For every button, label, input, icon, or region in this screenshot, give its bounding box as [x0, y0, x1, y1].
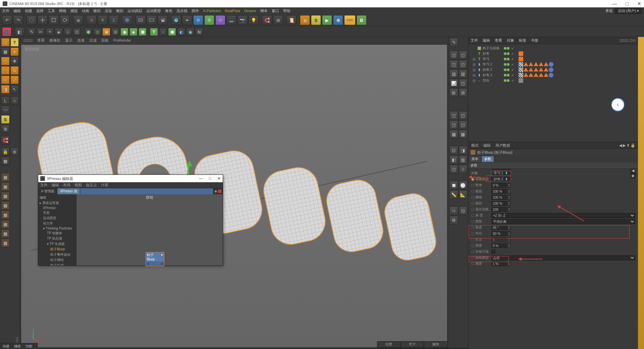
xpresso-node-blurp[interactable]: 粒子Blurp▸	[146, 252, 164, 266]
obj-tab[interactable]: 文件	[471, 38, 478, 43]
camera-button[interactable]: 📷	[237, 15, 248, 25]
menu-6[interactable]: 捕捉	[70, 8, 78, 13]
xpresso-tree-item[interactable]: 动力学	[39, 221, 75, 226]
undo-button[interactable]: ↶	[2, 15, 12, 25]
xpresso-tree-item[interactable]: TP 状态项	[39, 236, 75, 241]
xpresso-close-tab[interactable]	[218, 190, 221, 193]
obj-link-0[interactable]: 好奇.1	[491, 169, 511, 170]
attr-field[interactable]	[491, 243, 507, 248]
rt-13b[interactable]: 📐	[459, 190, 468, 199]
axis-button[interactable]: ⊕	[10, 147, 19, 156]
rt-8b[interactable]: ▦	[459, 130, 468, 139]
menu-13[interactable]: 角色	[165, 8, 172, 13]
obj-tab[interactable]: 书签	[531, 38, 538, 43]
xpresso-tree-item[interactable]: 编辑	[39, 195, 75, 200]
light-button[interactable]: 💡	[249, 15, 259, 25]
menu-16[interactable]: X-Particles	[203, 9, 221, 13]
minimize-button[interactable]: —	[612, 1, 617, 6]
attr-tab-basic[interactable]: 基本	[469, 156, 481, 162]
mograph-6[interactable]: ◈	[129, 28, 138, 36]
object-row[interactable]: ⊟好奇.1✓	[470, 72, 637, 78]
menu-7[interactable]: 动画	[82, 8, 89, 13]
vp-menu-6[interactable]: ProRender	[113, 38, 131, 42]
spline-pen-button[interactable]: ✒	[182, 15, 192, 25]
xpresso-tree-item[interactable]: ▸ 系统运算器	[39, 200, 75, 206]
axis-lock-button[interactable]: L	[1, 96, 10, 105]
tool-3[interactable]: ⌖	[46, 28, 54, 36]
uv-1-button[interactable]: ▦	[1, 173, 10, 182]
axis-widget[interactable]: X Y Z	[25, 327, 41, 343]
environment-button[interactable]	[226, 15, 236, 25]
rt-5a[interactable]: ⊞	[449, 88, 458, 97]
info-button[interactable]: ?	[10, 38, 19, 47]
obj-link-2[interactable]: 好奇.2	[491, 177, 511, 182]
live-select-button[interactable]	[26, 15, 37, 25]
render-view-button[interactable]	[136, 15, 146, 25]
menu-3[interactable]: 选择	[36, 8, 44, 13]
object-manager-tree[interactable]: 🦌 粒子几何体✓T好奇✓⊟T学习✓⊟学习.1✓⊟好奇.2✓⊟好奇.1✓⊟⌐空白✓	[469, 44, 638, 142]
uv-7-button[interactable]: ▦	[1, 229, 10, 238]
uv-2-button[interactable]: ▦	[1, 182, 10, 191]
node-output-port[interactable]	[161, 262, 163, 265]
model-mode-button[interactable]: ◫	[1, 38, 10, 47]
scale-button[interactable]	[49, 15, 59, 25]
uv-4-button[interactable]: ▦	[1, 201, 10, 210]
layout-select[interactable]: 启动 (用户) ▾	[615, 8, 642, 14]
rt-11b[interactable]: ⊹	[459, 165, 468, 173]
recent-tool-button[interactable]: ⊕	[73, 15, 83, 25]
xpresso-tab-manager[interactable]: X-管理器	[38, 188, 57, 194]
xpresso-tree-item[interactable]: 粒子事件波动	[39, 252, 75, 257]
fx-button[interactable]: fx	[195, 28, 203, 36]
attr-field[interactable]	[491, 201, 507, 206]
point-mode-button[interactable]: ⋮⋮	[1, 66, 10, 75]
lock-button[interactable]: 🔒	[1, 147, 10, 156]
rt-3a[interactable]: ▥	[449, 69, 458, 78]
select-tool-button[interactable]: ➤	[10, 47, 19, 56]
obj-tab[interactable]: 对象	[507, 38, 514, 43]
obj-tab[interactable]: 查看	[495, 38, 502, 43]
solo-off-button[interactable]: 👤	[2, 27, 11, 37]
uv-3-button[interactable]: ▦	[1, 192, 10, 200]
rt-14b[interactable]: ⊡	[459, 206, 468, 215]
menu-5[interactable]: 网格	[59, 8, 66, 13]
menu-0[interactable]: 文件	[2, 8, 9, 13]
object-row[interactable]: 粒子几何体✓	[470, 46, 637, 51]
vp-menu-0[interactable]: 查看	[37, 38, 45, 43]
xpresso-canvas[interactable]: 群组 粒子Blurp▸	[76, 194, 223, 265]
poly-mode-button[interactable]: ◨	[1, 85, 10, 94]
text-spline-button[interactable]: T	[150, 28, 158, 36]
menu-20[interactable]: 窗口	[272, 8, 279, 13]
uv-5-button[interactable]: ▦	[1, 210, 10, 219]
object-row[interactable]: ⊟T学习✓	[470, 56, 637, 62]
rt-9b[interactable]: ◨	[459, 146, 468, 155]
obj-link-1[interactable]: 学习.1	[491, 171, 511, 176]
rt-4b[interactable]: ◫	[459, 79, 468, 88]
menu-18[interactable]: Octane	[244, 9, 256, 13]
xpresso-tree-item[interactable]: 运动图形	[39, 215, 75, 221]
close-button[interactable]: ✕	[637, 1, 641, 6]
edge-mode-button[interactable]: ⊹	[1, 76, 10, 84]
spline-circle-button[interactable]: ○	[159, 28, 167, 36]
attr-select[interactable]: 山谷	[491, 255, 635, 260]
rt-3b[interactable]: ▥	[459, 69, 468, 78]
menu-1[interactable]: 编辑	[13, 8, 21, 13]
menu-9[interactable]: 渲染	[105, 8, 112, 13]
xpresso-tree-item[interactable]: 粒子生成	[39, 263, 75, 265]
workplane-toggle-button[interactable]: ⊞	[1, 124, 10, 133]
rt-6b[interactable]: ◫	[459, 111, 468, 120]
xpresso-tree-item[interactable]: ▾ Thinking Particles	[39, 226, 75, 231]
menu-10[interactable]: 雕刻	[116, 8, 123, 13]
rt-5b[interactable]: ⊞	[459, 88, 468, 97]
attr-field[interactable]	[491, 261, 507, 266]
xpresso-maximize[interactable]: □	[209, 176, 211, 181]
vp-menu-3[interactable]: 选项	[77, 38, 85, 43]
rt-2a[interactable]: ◫	[449, 60, 458, 69]
maximize-button[interactable]: □	[626, 1, 629, 6]
rt-14a[interactable]: ≡1	[449, 206, 458, 215]
node-input-port[interactable]	[147, 262, 149, 265]
magnet-button[interactable]: 🧲	[262, 15, 272, 25]
attr-field[interactable]	[491, 195, 507, 200]
script-button[interactable]: 📜	[286, 15, 297, 25]
mograph-3[interactable]: ⬣	[102, 28, 110, 36]
menu-12[interactable]: 运动图形	[146, 8, 161, 13]
